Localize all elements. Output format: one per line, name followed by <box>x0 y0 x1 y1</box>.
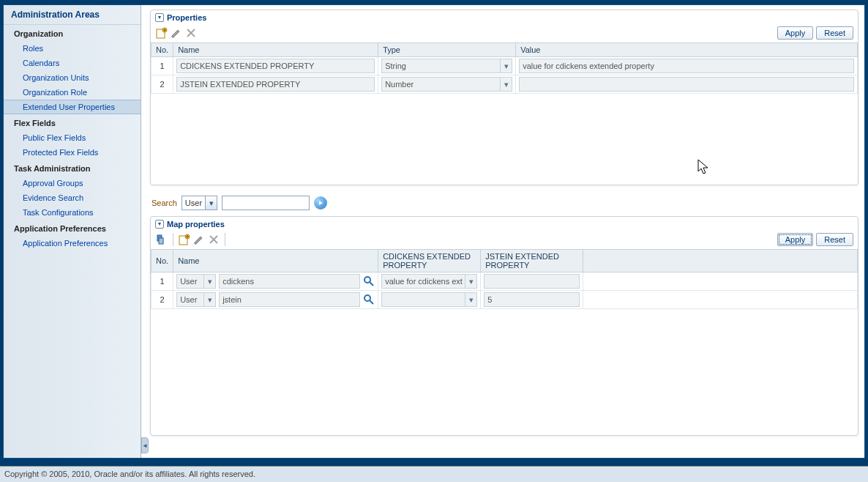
sidebar-category: Application Preferences <box>4 220 141 236</box>
add-row-icon[interactable] <box>155 26 168 40</box>
row-no: 1 <box>151 57 173 75</box>
table-row[interactable]: 2JSTEIN EXTENDED PROPERTYNumber▾ <box>151 75 858 94</box>
lookup-icon[interactable] <box>363 275 375 287</box>
reset-button[interactable]: Reset <box>816 233 853 246</box>
name-field[interactable]: CDICKENS EXTENDED PROPERTY <box>176 59 375 73</box>
col-cdickens[interactable]: CDICKENS EXTENDED PROPERTY <box>378 250 481 272</box>
delete-icon[interactable] <box>184 26 198 40</box>
cdickens-value-select[interactable]: ▾ <box>381 292 477 307</box>
chevron-down-icon: ▾ <box>203 293 215 306</box>
properties-title: Properties <box>167 13 206 22</box>
row-no: 2 <box>151 75 173 94</box>
col-blank[interactable] <box>583 250 858 272</box>
col-no[interactable]: No. <box>151 43 173 57</box>
sidebar-item[interactable]: Organization Units <box>4 70 141 85</box>
col-value[interactable]: Value <box>516 43 858 57</box>
row-no: 1 <box>151 272 173 291</box>
disclosure-icon[interactable]: ▾ <box>155 220 164 229</box>
refresh-icon[interactable] <box>155 233 168 246</box>
separator <box>225 233 225 246</box>
apply-button[interactable]: Apply <box>777 233 814 246</box>
table-row[interactable]: 1User▾cdickensvalue for cdickens ext▾ <box>151 272 858 291</box>
apply-button[interactable]: Apply <box>777 26 814 40</box>
sidebar: Administration Areas OrganizationRolesCa… <box>4 5 141 458</box>
sidebar-category: Task Administration <box>4 160 141 176</box>
disclosure-icon[interactable]: ▾ <box>155 13 164 22</box>
sidebar-category: Flex Fields <box>4 114 141 130</box>
map-table: No. Name CDICKENS EXTENDED PROPERTY JSTE… <box>151 249 858 309</box>
properties-panel: ▾ Properties Apply Reset <box>150 10 858 185</box>
type-select[interactable]: Number▾ <box>381 77 512 92</box>
value-field[interactable] <box>519 77 854 92</box>
table-row[interactable]: 1CDICKENS EXTENDED PROPERTYString▾value … <box>151 57 858 75</box>
footer-copyright: Copyright © 2005, 2010, Oracle and/or it… <box>0 466 868 482</box>
edit-icon[interactable] <box>192 233 206 246</box>
chevron-down-icon: ▾ <box>465 293 476 306</box>
type-select[interactable]: String▾ <box>381 59 512 73</box>
sidebar-title: Administration Areas <box>4 5 141 25</box>
sidebar-item[interactable]: Calendars <box>4 56 141 70</box>
sidebar-item[interactable]: Evidence Search <box>4 190 141 205</box>
jstein-value-field[interactable] <box>484 274 580 289</box>
name-field[interactable]: cdickens <box>219 274 360 289</box>
sidebar-item[interactable]: Extended User Properties <box>4 100 141 114</box>
sidebar-collapse-handle[interactable]: ◄ <box>141 437 149 453</box>
sidebar-item[interactable]: Application Preferences <box>4 236 141 251</box>
name-field[interactable]: jstein <box>219 292 360 307</box>
jstein-value-field[interactable]: 5 <box>484 292 580 307</box>
col-type[interactable]: Type <box>378 43 516 57</box>
search-type-select[interactable]: User ▾ <box>182 196 217 210</box>
name-type-select[interactable]: User▾ <box>176 292 216 307</box>
row-no: 2 <box>151 291 173 309</box>
properties-table: No. Name Type Value 1CDICKENS EXTENDED P… <box>151 42 858 94</box>
separator <box>173 233 173 246</box>
chevron-down-icon: ▾ <box>465 275 476 288</box>
sidebar-category: Organization <box>4 25 141 41</box>
sidebar-item[interactable]: Approval Groups <box>4 176 141 190</box>
add-row-icon[interactable] <box>178 233 191 246</box>
lookup-icon[interactable] <box>363 294 375 305</box>
sidebar-item[interactable]: Organization Role <box>4 85 141 100</box>
search-input[interactable] <box>222 196 310 210</box>
search-label: Search <box>151 199 177 207</box>
svg-point-7 <box>364 295 370 301</box>
sidebar-content: OrganizationRolesCalendarsOrganization U… <box>4 25 141 251</box>
map-properties-panel: ▾ Map properties Apply <box>150 216 858 436</box>
value-field[interactable]: value for cdickens extended property <box>519 59 854 73</box>
search-row: Search User ▾ <box>150 193 858 216</box>
sidebar-item[interactable]: Public Flex Fields <box>4 130 141 145</box>
delete-icon[interactable] <box>207 233 220 246</box>
reset-button[interactable]: Reset <box>816 26 853 40</box>
map-title: Map properties <box>167 220 225 229</box>
sidebar-item[interactable]: Protected Flex Fields <box>4 145 141 160</box>
name-field[interactable]: JSTEIN EXTENDED PROPERTY <box>176 77 375 92</box>
table-row[interactable]: 2User▾jstein▾5 <box>151 291 858 309</box>
search-go-icon[interactable] <box>314 196 327 210</box>
col-no[interactable]: No. <box>151 250 173 272</box>
sidebar-item[interactable]: Roles <box>4 41 141 56</box>
sidebar-item[interactable]: Task Configurations <box>4 205 141 220</box>
svg-point-6 <box>364 277 370 283</box>
col-name[interactable]: Name <box>173 43 378 57</box>
chevron-down-icon: ▾ <box>500 59 512 73</box>
name-type-select[interactable]: User▾ <box>176 274 216 289</box>
chevron-down-icon: ▾ <box>203 275 215 288</box>
edit-icon[interactable] <box>170 26 183 40</box>
cdickens-value-select[interactable]: value for cdickens ext▾ <box>381 274 477 289</box>
chevron-down-icon: ▾ <box>500 78 512 91</box>
chevron-down-icon: ▾ <box>205 196 217 210</box>
svg-rect-3 <box>159 238 163 244</box>
col-name[interactable]: Name <box>173 250 378 272</box>
main: ▾ Properties Apply Reset <box>141 5 864 458</box>
col-jstein[interactable]: JSTEIN EXTENDED PROPERTY <box>481 250 583 272</box>
